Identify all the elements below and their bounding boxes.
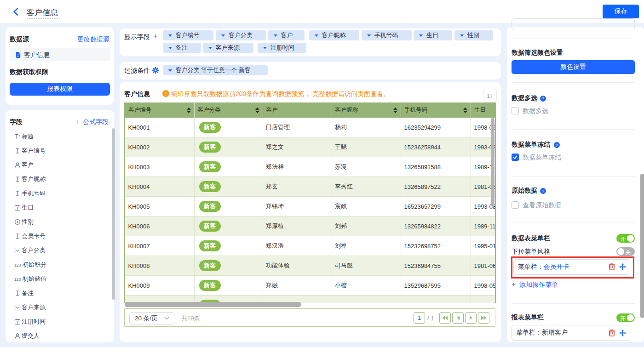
svg-text:123: 123 — [14, 262, 21, 267]
svg-text:?: ? — [556, 142, 558, 147]
svg-text:123: 123 — [14, 277, 21, 281]
svg-text:?: ? — [542, 96, 544, 101]
svg-text:?: ? — [542, 188, 544, 193]
